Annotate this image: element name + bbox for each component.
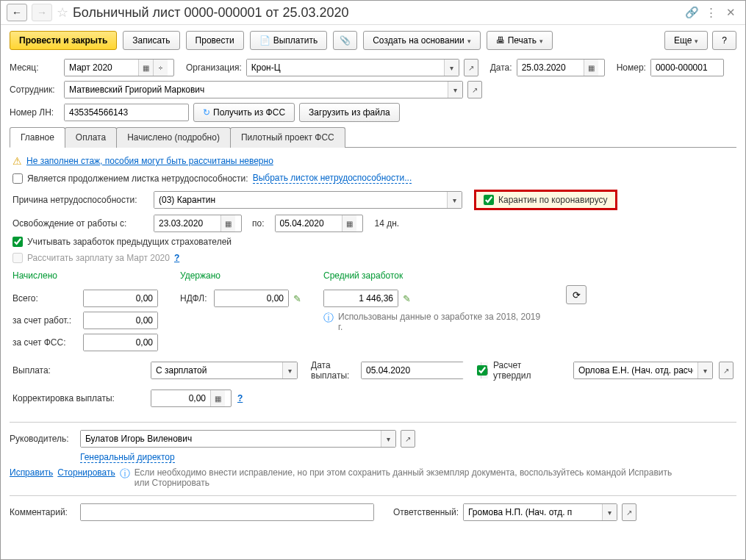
approved-checkbox[interactable] [477, 365, 487, 376]
covid-checkbox[interactable] [484, 195, 494, 205]
open-employee-icon[interactable]: ↗ [467, 81, 482, 98]
calc-salary-label: Рассчитать зарплату за Март 2020 [27, 253, 170, 263]
avg-input[interactable] [324, 290, 398, 306]
number-input[interactable] [650, 59, 724, 76]
comment-input[interactable] [80, 503, 374, 521]
open-org-icon[interactable]: ↗ [464, 59, 478, 76]
pay-date-input[interactable]: ▦ [361, 362, 464, 379]
calendar-icon[interactable]: ▦ [138, 60, 153, 76]
release-label: Освобождение от работы с: [12, 218, 149, 229]
ln-label: Номер ЛН: [10, 107, 60, 118]
submit-button[interactable]: Провести [186, 31, 244, 50]
tab-accrued[interactable]: Начислено (подробно) [116, 127, 231, 148]
comment-label: Комментарий: [10, 507, 76, 517]
prev-insurers-checkbox[interactable] [12, 237, 23, 247]
dropdown-icon[interactable]: ▾ [282, 362, 297, 378]
refresh-button[interactable]: ⟳ [566, 285, 587, 304]
resp-input[interactable]: ▾ [463, 503, 617, 521]
approver-input[interactable]: ▾ [573, 362, 713, 379]
month-label: Месяц: [10, 62, 60, 73]
page-title: Больничный лист 0000-000001 от 25.03.202… [73, 5, 348, 21]
tab-pilot[interactable]: Пилотный проект ФСС [230, 127, 345, 148]
reason-input[interactable]: ▾ [154, 191, 462, 209]
ln-input[interactable] [64, 104, 189, 121]
days-label: 14 дн. [375, 218, 400, 229]
submit-close-button[interactable]: Провести и закрыть [10, 31, 117, 50]
release-to-label: по: [252, 218, 265, 229]
tab-main[interactable]: Главное [10, 127, 65, 148]
warning-link[interactable]: Не заполнен стаж, пособия могут быть рас… [26, 156, 273, 166]
total-input[interactable] [84, 290, 157, 306]
date-label: Дата: [490, 62, 512, 73]
dropdown-icon[interactable]: ▾ [447, 192, 462, 208]
reason-label: Причина нетрудоспособности: [12, 195, 149, 205]
month-input[interactable]: ▦ ÷ [64, 59, 174, 76]
calendar-icon[interactable]: ▦ [220, 215, 235, 231]
pencil-icon[interactable]: ✎ [293, 293, 301, 304]
calculator-icon[interactable]: ▦ [210, 390, 225, 406]
date-input[interactable]: ▦ [517, 59, 605, 76]
info-icon: ⓘ [323, 312, 334, 325]
fix-link[interactable]: Исправить [10, 467, 53, 478]
tab-payment[interactable]: Оплата [65, 127, 117, 148]
open-resp-icon[interactable]: ↗ [622, 503, 636, 521]
dropdown-icon[interactable]: ▾ [448, 82, 462, 98]
info-text: Использованы данные о заработке за 2018,… [338, 312, 544, 332]
calc-salary-checkbox [12, 253, 23, 263]
dropdown-icon[interactable]: ▾ [381, 431, 395, 447]
attach-button[interactable]: 📎 [333, 31, 357, 50]
number-label: Номер: [617, 62, 646, 73]
calendar-icon[interactable]: ▦ [584, 60, 598, 76]
print-button[interactable]: 🖶 Печать [487, 31, 553, 50]
dropdown-icon[interactable]: ▾ [602, 504, 617, 520]
head-position-link[interactable]: Генеральный директор [80, 452, 175, 463]
employee-input[interactable]: ▾ [64, 81, 463, 98]
pay-button[interactable]: 📄Выплатить [250, 31, 328, 50]
correction-help[interactable]: ? [237, 393, 243, 403]
nav-back[interactable]: ← [7, 4, 27, 21]
payment-select[interactable]: ▾ [151, 362, 298, 379]
ndfl-input[interactable] [215, 290, 288, 306]
release-from-input[interactable]: ▦ [154, 215, 242, 232]
kebab-icon[interactable]: ⋮ [706, 6, 719, 19]
release-to-input[interactable]: ▦ [275, 215, 363, 232]
open-head-icon[interactable]: ↗ [401, 430, 415, 448]
continuation-label: Является продолжением листка нетрудоспос… [27, 173, 248, 184]
select-sheet-link[interactable]: Выбрать листок нетрудоспособности... [253, 173, 412, 184]
org-input[interactable]: ▾ [246, 59, 459, 76]
open-approver-icon[interactable]: ↗ [719, 362, 734, 379]
load-file-button[interactable]: Загрузить из файла [299, 103, 400, 122]
calendar-icon[interactable]: ▦ [342, 215, 356, 231]
withheld-header: Удержано [180, 270, 301, 281]
save-button[interactable]: Записать [123, 31, 179, 50]
correction-label: Корректировка выплаты: [12, 393, 145, 403]
nav-forward[interactable]: → [32, 4, 52, 21]
create-based-button[interactable]: Создать на основании [363, 31, 481, 50]
close-icon[interactable]: ✕ [726, 6, 739, 19]
get-fss-button[interactable]: ↻ Получить из ФСС [193, 103, 295, 122]
info-icon: ⓘ [120, 467, 130, 481]
fix-info-text: Если необходимо внести исправление, но п… [135, 467, 678, 488]
head-input[interactable]: ▾ [80, 430, 396, 448]
more-button[interactable]: Еще [664, 31, 708, 50]
favorite-icon[interactable]: ☆ [57, 4, 68, 21]
correction-input[interactable]: ▦ [151, 390, 232, 407]
employer-input[interactable] [84, 312, 157, 329]
covid-highlight: Карантин по коронавирусу [474, 190, 617, 210]
employee-label: Сотрудник: [10, 85, 60, 95]
continuation-checkbox[interactable] [12, 173, 23, 184]
reverse-link[interactable]: Сторнировать [57, 467, 115, 478]
dropdown-icon[interactable]: ▾ [697, 362, 712, 378]
stepper-icon[interactable]: ÷ [153, 60, 168, 76]
org-label: Организация: [186, 62, 242, 73]
pay-date-label: Дата выплаты: [311, 360, 355, 381]
pencil-icon[interactable]: ✎ [403, 293, 411, 304]
fss-input[interactable] [84, 334, 157, 351]
link-icon[interactable]: 🔗 [685, 6, 698, 19]
resp-label: Ответственный: [393, 507, 459, 517]
calc-salary-help[interactable]: ? [174, 253, 179, 263]
payment-label: Выплата: [12, 365, 145, 376]
help-button[interactable]: ? [712, 31, 736, 50]
warning-icon: ⚠ [12, 155, 22, 167]
dropdown-icon[interactable]: ▾ [444, 60, 459, 76]
